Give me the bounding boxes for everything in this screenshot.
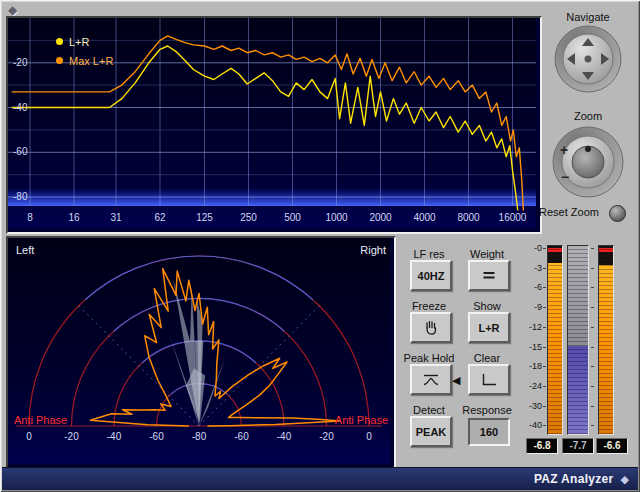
response-label: Response xyxy=(455,404,519,416)
zoom-out-icon[interactable]: − xyxy=(561,169,569,185)
reset-zoom-button[interactable] xyxy=(609,205,626,222)
response-display[interactable]: 160 xyxy=(468,418,510,446)
response-value: 160 xyxy=(480,426,498,438)
svg-text:-60: -60 xyxy=(13,146,28,157)
peak-hold-label: Peak Hold xyxy=(396,352,462,364)
meter-scale-label: -24 xyxy=(522,382,542,391)
meter-scale-tick xyxy=(591,268,594,269)
max-lr-trace-swatch xyxy=(56,57,63,64)
meter-scale-tick xyxy=(543,248,546,249)
anti-phase-label-left: Anti Phase xyxy=(14,414,67,426)
meter-mid-readout: -7.7 xyxy=(562,438,594,454)
meter-scale-tick xyxy=(543,347,546,348)
lf-res-value: 40HZ xyxy=(418,270,445,282)
meter-scale-tick xyxy=(591,248,594,249)
meter-left-readout: -6.8 xyxy=(526,438,558,454)
navigate-center-dot xyxy=(585,56,592,63)
meter-scale-tick xyxy=(591,366,594,367)
meter-scale-tick xyxy=(543,366,546,367)
svg-text:-60: -60 xyxy=(234,431,249,442)
svg-text:8: 8 xyxy=(27,212,33,223)
svg-text:0: 0 xyxy=(26,431,32,442)
spectrum-legend: L+R Max L+R xyxy=(56,32,113,70)
show-label: Show xyxy=(457,300,517,312)
peak-hold-button[interactable] xyxy=(410,364,452,395)
freeze-label: Freeze xyxy=(399,300,459,312)
legend-row: Max L+R xyxy=(56,51,113,70)
meter-scale-tick xyxy=(591,287,594,288)
left-channel-label: Left xyxy=(16,244,34,256)
svg-text:-20: -20 xyxy=(13,57,28,68)
hand-icon xyxy=(422,319,440,336)
legend-row: L+R xyxy=(56,32,113,51)
weight-button[interactable] xyxy=(468,260,510,291)
meter-scale-tick xyxy=(543,327,546,328)
svg-text:8000: 8000 xyxy=(457,212,480,223)
detect-value: PEAK xyxy=(416,426,447,438)
svg-text:-20: -20 xyxy=(64,431,79,442)
meter-scale-tick xyxy=(543,268,546,269)
anti-phase-label-right: Anti Phase xyxy=(335,414,388,426)
meter-scale-label: -15 xyxy=(522,343,542,352)
svg-text:4000: 4000 xyxy=(413,212,436,223)
meter-left xyxy=(547,245,563,435)
meter-scale-label: -18 xyxy=(522,362,542,371)
svg-text:62: 62 xyxy=(154,212,166,223)
meter-scale-tick xyxy=(543,425,546,426)
right-channel-label: Right xyxy=(360,244,386,256)
meter-scale-tick xyxy=(543,287,546,288)
lr-trace-swatch xyxy=(56,38,63,45)
meter-scale-label: -3 xyxy=(522,264,542,273)
svg-text:-20: -20 xyxy=(319,431,334,442)
svg-text:-80: -80 xyxy=(13,191,28,202)
phase-axis-labels: 0-20-40-60-80-60-40-200 xyxy=(26,431,372,442)
lf-res-label: LF res xyxy=(399,248,459,260)
spectrum-display: -20-40-60-808163162125250500100020004000… xyxy=(6,16,542,234)
meter-scale-tick xyxy=(591,347,594,348)
meter-scale-tick xyxy=(591,327,594,328)
show-value: L+R xyxy=(478,322,499,334)
meter-scale-label: -6 xyxy=(522,283,542,292)
clear-button[interactable] xyxy=(468,364,510,395)
svg-text:500: 500 xyxy=(284,212,301,223)
reset-zoom-label: Reset Zoom xyxy=(534,206,604,218)
svg-text:-40: -40 xyxy=(107,431,122,442)
peak-hold-icon xyxy=(421,372,441,387)
meter-scale-tick xyxy=(591,406,594,407)
freeze-button[interactable] xyxy=(410,312,452,343)
zoom-knob-indicator xyxy=(585,146,591,152)
svg-text:-60: -60 xyxy=(149,431,164,442)
weight-lines-icon xyxy=(479,269,499,282)
meter-scale-tick xyxy=(543,406,546,407)
meter-right xyxy=(598,245,614,435)
lf-res-button[interactable]: 40HZ xyxy=(410,260,452,291)
detect-button[interactable]: PEAK xyxy=(410,416,452,447)
zoom-label: Zoom xyxy=(556,110,620,122)
max-lr-trace-label: Max L+R xyxy=(69,55,113,67)
svg-text:125: 125 xyxy=(196,212,213,223)
meter-left-segments xyxy=(548,246,562,434)
zoom-in-icon[interactable]: + xyxy=(560,142,568,158)
meter-right-readout: -6.6 xyxy=(596,438,628,454)
meter-bridge: -0-3-6-9-12-15-18-24-30-40 -6.8 -7.7 -6.… xyxy=(522,244,636,462)
show-button[interactable]: L+R xyxy=(468,312,510,343)
phase-display: 0-20-40-60-80-60-40-200 Left Right Anti … xyxy=(6,236,396,470)
zoom-knob[interactable]: + − xyxy=(550,124,626,200)
meter-right-segments xyxy=(599,246,613,434)
navigate-pad[interactable] xyxy=(553,24,623,94)
plugin-title: PAZ Analyzer xyxy=(534,472,614,486)
waves-diamond-icon: ◆ xyxy=(8,3,17,17)
meter-scale-label: -9 xyxy=(522,303,542,312)
meter-scale-label: -30 xyxy=(522,402,542,411)
detect-label: Detect xyxy=(399,404,459,416)
meter-scale-label: -0 xyxy=(522,244,542,253)
meter-scale-label: -40 xyxy=(522,421,542,430)
waves-diamond-icon: ◆ xyxy=(621,473,629,486)
paz-analyzer-window: ◆ xyxy=(0,0,640,492)
meter-scale-tick xyxy=(543,307,546,308)
svg-text:250: 250 xyxy=(240,212,257,223)
collapse-arrow-button[interactable]: ◀ xyxy=(452,374,460,387)
svg-text:-80: -80 xyxy=(192,431,207,442)
svg-text:2000: 2000 xyxy=(369,212,392,223)
svg-text:1000: 1000 xyxy=(325,212,348,223)
